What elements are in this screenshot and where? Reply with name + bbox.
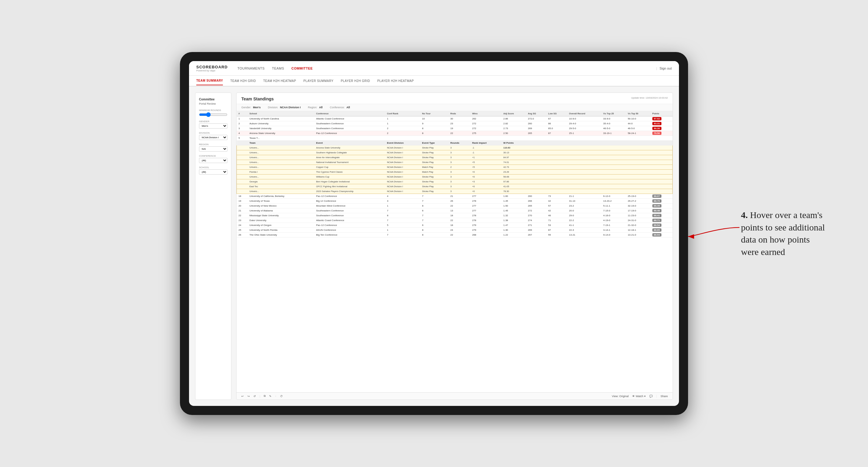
filter-division-value: NCAA Division I <box>280 106 301 109</box>
table-row[interactable]: 24University of OregonPac-12 Conference5… <box>237 223 673 228</box>
nav-teams[interactable]: TEAMS <box>272 65 284 71</box>
tours-cell: 8 <box>420 126 448 131</box>
tt-col-rounds: Rounds <box>448 141 470 146</box>
view-original-button[interactable]: View: Original <box>612 395 628 398</box>
col-vs50: Vs Top 50 <box>626 111 651 117</box>
low-cell: 65.0 <box>547 126 567 131</box>
filter-division-label: Division: <box>268 106 278 109</box>
division-label: Division <box>199 131 227 134</box>
min-rounds-slider[interactable] <box>199 112 227 117</box>
sub-nav-team-h2h-grid[interactable]: TEAM H2H GRID <box>230 77 256 85</box>
gender-select[interactable]: Men's <box>199 123 227 129</box>
tooltip-header-row: Team Event Event Division Event Type Rou… <box>237 141 673 146</box>
table-row[interactable]: 5 Texas T... <box>237 136 673 141</box>
sub-nav-player-summary[interactable]: PLAYER SUMMARY <box>303 77 333 85</box>
table-row[interactable]: 20University of New MexicoMountain West … <box>237 204 673 208</box>
tt-col-type: Event Type <box>420 141 448 146</box>
update-time: Update time: 13/03/2024 10:03:42 <box>631 96 668 99</box>
conference-select[interactable]: (All) <box>199 158 227 163</box>
points-cell[interactable]: 79.50 <box>651 131 673 136</box>
copy-button[interactable]: ⧉ <box>264 395 266 398</box>
watch-button[interactable]: 👁 Watch ▾ <box>632 395 645 398</box>
wins-cell: 272 <box>470 126 501 131</box>
tt-col-team: Team <box>248 141 314 146</box>
sub-nav-team-h2h-heatmap[interactable]: TEAM H2H HEATMAP <box>263 77 296 85</box>
points-cell[interactable]: 97.02 <box>651 117 673 121</box>
filter-conference-value: All <box>346 106 350 109</box>
school-cell: Auburn University <box>248 121 314 126</box>
undo-button[interactable]: ↩ <box>241 395 244 398</box>
sub-nav-player-h2h-heatmap[interactable]: PLAYER H2H HEATMAP <box>377 77 414 85</box>
conf-rank-cell: 2 <box>385 126 420 131</box>
tablet-device: SCOREBOARD Powered by clippi TOURNAMENTS… <box>180 52 688 415</box>
rnds-cell: 30 <box>448 117 470 121</box>
nav-committee[interactable]: COMMITTEE <box>291 65 313 71</box>
conf-rank-cell: 1 <box>385 117 420 121</box>
col-overall: Overall Record <box>567 111 601 117</box>
tooltip-data-row: Florida IThe Cypress Point ClassicNCAA D… <box>237 170 673 175</box>
reset-button[interactable]: ↺ <box>253 395 256 398</box>
filter-division: Division: NCAA Division I <box>268 106 301 109</box>
col-vs25: Vs Top 25 <box>601 111 626 117</box>
table-row[interactable]: 23Duke UniversityAtlantic Coast Conferen… <box>237 218 673 223</box>
filter-region: Region: All <box>308 106 323 109</box>
rnds-cell: 19 <box>448 126 470 131</box>
points-cell[interactable]: 90.30 <box>651 126 673 131</box>
gender-label: Gender <box>199 120 227 123</box>
avg-cell: 269 <box>526 126 547 131</box>
sidebar-header: Committee <box>199 98 227 101</box>
avg-cell: 260 <box>526 121 547 126</box>
sub-nav-team-summary[interactable]: TEAM SUMMARY <box>196 76 223 85</box>
table-row[interactable]: 1 University of North Carolina Atlantic … <box>237 117 673 121</box>
table-row[interactable]: 22Mississippi State UniversitySoutheaste… <box>237 213 673 218</box>
share-button[interactable]: Share <box>660 395 668 398</box>
low-cell: 87 <box>547 131 567 136</box>
points-cell[interactable]: 93.31 <box>651 121 673 126</box>
nav-tournaments[interactable]: TOURNAMENTS <box>238 65 265 71</box>
right-panel: Team Standings Update time: 13/03/2024 1… <box>236 93 673 400</box>
tooltip-data-row: Univers...Arizona State UniversityNCAA D… <box>237 146 673 150</box>
low-cell: 67 <box>547 117 567 121</box>
panel-title: Team Standings <box>241 96 274 101</box>
region-select[interactable]: N/A <box>199 146 227 152</box>
col-rank: # <box>237 111 248 117</box>
school-select[interactable]: (All) <box>199 169 227 175</box>
sign-out-link[interactable]: Sign out <box>660 66 672 70</box>
table-row[interactable]: 21University of AlabamaSoutheastern Conf… <box>237 208 673 213</box>
annotation-container: 4. Hover over a team's points to see add… <box>741 209 826 258</box>
col-wins: Wins <box>470 111 501 117</box>
table-row[interactable]: 26The Ohio State UniversityBig Ten Confe… <box>237 232 673 238</box>
filter-conference: Conference: All <box>330 106 350 109</box>
sub-nav-player-h2h-grid[interactable]: PLAYER H2H GRID <box>341 77 370 85</box>
filter-gender-label: Gender: <box>241 106 251 109</box>
annotation-body: Hover over a team's points to see additi… <box>741 210 825 257</box>
table-row[interactable]: 18University of California, BerkeleyPac-… <box>237 194 673 199</box>
school-cell: University of North Carolina <box>248 117 314 121</box>
conf-cell: Southeastern Conference <box>314 126 385 131</box>
adj-cell: 2.82 <box>501 121 526 126</box>
filter-gender: Gender: Men's <box>241 106 261 109</box>
edit-button[interactable]: ✎ <box>269 395 272 398</box>
filter-conference-label: Conference: <box>330 106 344 109</box>
adj-cell: 2.86 <box>501 117 526 121</box>
comment-button[interactable]: 💬 <box>649 395 653 398</box>
division-select[interactable]: NCAA Division I <box>199 135 227 140</box>
table-row[interactable]: 2 Auburn University Southeastern Confere… <box>237 121 673 126</box>
logo: SCOREBOARD Powered by clippi <box>196 65 228 72</box>
table-row[interactable]: 19University of TexasBig 12 Conference37… <box>237 199 673 204</box>
conf-rank-cell: 2 <box>385 131 420 136</box>
panel-header: Team Standings Update time: 13/03/2024 1… <box>237 93 673 104</box>
table-row[interactable]: 3 Vanderbilt University Southeastern Con… <box>237 126 673 131</box>
redo-button[interactable]: ↪ <box>247 395 250 398</box>
rank-cell: 4 <box>237 131 248 136</box>
filters-row: Gender: Men's Division: NCAA Division I … <box>237 104 673 111</box>
col-low-sg: Low SG <box>547 111 567 117</box>
table-row[interactable]: 25University of North FloridaASUN Confer… <box>237 228 673 232</box>
annotation-number: 4. <box>741 210 748 220</box>
wins-cell: 275 <box>470 131 501 136</box>
wins-cell: 272 <box>470 121 501 126</box>
clock-button[interactable]: ⏱ <box>280 395 283 398</box>
vs50-cell: 46-5-0 <box>626 126 651 131</box>
table-row-highlighted[interactable]: 4 Arizona State University Pac-12 Confer… <box>237 131 673 136</box>
table-header-row: # School Conference Conf Rank No Tour Rn… <box>237 111 673 117</box>
